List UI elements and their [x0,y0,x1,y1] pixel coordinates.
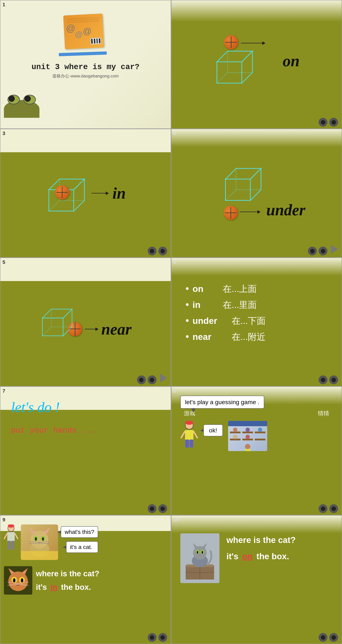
cell-1: 1 [0,0,171,129]
svg-marker-20 [63,309,72,336]
svg-point-53 [30,531,48,548]
ok-text: ok! [209,427,217,434]
cell-2: 2 [171,0,342,129]
cartoon-cat-icon [4,566,32,594]
svg-point-61 [42,537,44,541]
svg-rect-26 [185,430,194,440]
cell-7: 7 let's do ! put your hands ... [0,386,171,515]
svg-point-43 [245,444,250,449]
svg-marker-14 [250,168,261,200]
lets-do-title: let's do ! [11,399,160,415]
svg-rect-42 [228,421,267,426]
svg-point-39 [258,428,262,432]
bottom-decoration-10 [318,633,338,642]
cell-number-3: 3 [2,130,5,136]
answer-word-on: on [242,552,253,561]
svg-rect-28 [190,440,193,448]
put-hands-text: put your hands ... [11,426,160,435]
word-on: on [283,52,300,70]
cell-number-9: 9 [2,517,5,523]
main-title: unit 3 where is my car? [32,62,140,72]
cell-number-8: 8 [174,388,176,394]
svg-point-41 [246,435,250,439]
svg-point-75 [13,578,16,582]
vocab-list: • on 在...上面 • in 在...里面 • under 在...下面 •… [186,283,328,343]
vocab-item-in: • in 在...里面 [186,299,328,311]
child-figure [180,421,198,453]
word-in: in [112,184,126,202]
svg-marker-8 [74,179,84,211]
bottom-decoration-7 [148,504,167,513]
cell-number-6: 6 [174,260,176,265]
cat-on-box-image [180,533,220,583]
svg-line-15 [226,190,236,200]
svg-rect-44 [245,449,250,451]
cell-5: 5 [0,258,171,386]
svg-line-51 [15,534,18,539]
cat-question-10: where is the cat? it's on the box. [226,533,296,563]
cat-question-9: where is the cat? it's in the box. [36,568,99,593]
cell-3: 3 [0,129,171,258]
svg-marker-2 [242,51,252,83]
svg-line-50 [4,534,7,539]
cell-number-4: 4 [174,130,176,136]
svg-point-96 [202,551,203,554]
classroom-image [228,421,267,451]
svg-point-38 [246,428,250,432]
svg-line-30 [194,432,197,438]
bottom-decoration-8 [318,504,338,513]
cell-9: 9 [0,515,171,644]
vocab-item-on: • on 在...上面 [186,283,328,295]
svg-line-3 [217,72,228,83]
cell-10: 10 [171,515,342,644]
bubble-its-cat: it's a cat. [66,541,98,553]
svg-line-9 [49,200,60,211]
bottom-decoration-6 [318,376,338,384]
svg-rect-49 [11,541,14,550]
cell-number-1: 1 [2,2,5,8]
svg-point-40 [233,435,237,439]
svg-point-76 [21,578,23,582]
person-figure-9 [4,524,18,554]
svg-point-95 [197,551,198,554]
bottom-decoration-9 [148,633,167,642]
svg-point-37 [233,428,237,432]
cell-number-5: 5 [2,260,5,265]
answer-word-in: in [50,583,58,592]
svg-line-21 [42,327,51,336]
guess-label: 猜猜 [318,410,329,417]
cell-number-2: 2 [174,2,176,8]
guessing-bubble-text: let's play a guessing game . [185,399,260,406]
svg-point-60 [35,537,37,541]
cat-photo [21,524,58,560]
vocab-item-near: • near 在...附近 [186,331,328,343]
svg-line-29 [181,432,185,438]
subtitle: 道格办公-www.daogebangong.com [32,73,140,79]
svg-point-82 [9,581,14,584]
svg-rect-27 [185,440,189,448]
cell-8: 8 let's play a guessing game . 游戏 猜猜 [171,386,342,515]
svg-rect-47 [7,532,15,542]
cell-6: 6 • on 在...上面 • in 在...里面 • under 在...下面 [171,258,342,386]
word-near: near [101,320,132,338]
svg-rect-48 [8,541,11,550]
bubble-what: what's this? [61,526,98,538]
cell-number-7: 7 [2,388,5,394]
vocab-item-under: • under 在...下面 [186,315,328,327]
word-under: under [266,201,306,219]
cell-number-10: 10 [174,517,179,523]
svg-point-83 [23,581,27,584]
svg-rect-36 [255,439,266,440]
cell-4: 4 [171,129,342,258]
